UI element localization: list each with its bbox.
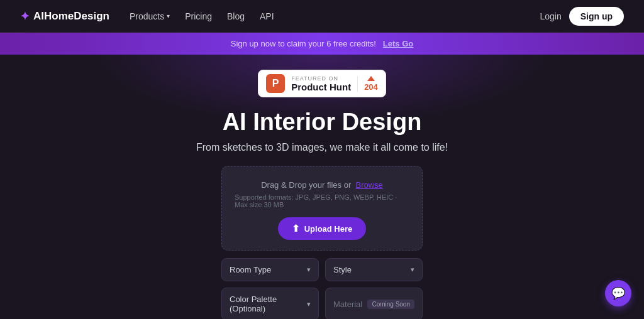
logo-text: AIHomeDesign bbox=[33, 10, 109, 23]
product-hunt-badge[interactable]: P FEATURED ON Product Hunt 204 bbox=[258, 70, 386, 97]
logo-icon: ✦ bbox=[20, 9, 30, 23]
main-content: P FEATURED ON Product Hunt 204 AI Interi… bbox=[0, 55, 644, 319]
pricing-nav-link[interactable]: Pricing bbox=[185, 11, 212, 21]
blog-nav-link[interactable]: Blog bbox=[227, 11, 245, 21]
banner-text: Sign up now to claim your 6 free credits… bbox=[231, 39, 376, 48]
dropdowns-row-2: Color Palette (Optional) ▾ Material Comi… bbox=[221, 288, 423, 319]
chat-icon: 💬 bbox=[611, 286, 625, 300]
browse-link[interactable]: Browse bbox=[355, 180, 382, 190]
upvote-icon bbox=[367, 76, 375, 81]
product-hunt-info: FEATURED ON Product Hunt bbox=[291, 75, 351, 92]
room-type-label: Room Type bbox=[230, 265, 271, 274]
product-hunt-logo: P bbox=[266, 74, 285, 93]
products-nav-link[interactable]: Products ▾ bbox=[130, 11, 170, 21]
color-palette-label: Color Palette (Optional) bbox=[230, 295, 307, 313]
upload-zone[interactable]: Drag & Drop your files or Browse Support… bbox=[221, 166, 423, 251]
login-button[interactable]: Login bbox=[540, 11, 561, 21]
style-dropdown[interactable]: Style ▾ bbox=[325, 258, 423, 281]
navbar: ✦ AIHomeDesign Products ▾ Pricing Blog A… bbox=[0, 0, 644, 33]
material-label: Material bbox=[333, 300, 362, 309]
chevron-down-icon: ▾ bbox=[307, 266, 311, 274]
product-hunt-name: Product Hunt bbox=[291, 82, 351, 92]
upload-icon: ⬆ bbox=[292, 223, 300, 234]
promo-banner: Sign up now to claim your 6 free credits… bbox=[0, 33, 644, 55]
formats-text: Supported formats: JPG, JPEG, PNG, WEBP,… bbox=[235, 193, 409, 208]
signup-button[interactable]: Sign up bbox=[569, 7, 624, 26]
nav-left: ✦ AIHomeDesign Products ▾ Pricing Blog A… bbox=[20, 9, 274, 23]
material-box: Material Coming Soon bbox=[325, 288, 423, 319]
room-type-dropdown[interactable]: Room Type ▾ bbox=[221, 258, 319, 281]
coming-soon-badge: Coming Soon bbox=[367, 300, 414, 309]
drag-drop-text: Drag & Drop your files or Browse bbox=[261, 180, 383, 190]
chat-button[interactable]: 💬 bbox=[605, 280, 631, 306]
hero-subtitle: From sketches to 3D images, we make it a… bbox=[196, 142, 448, 153]
hero-title: AI Interior Design bbox=[223, 109, 422, 136]
nav-links: Products ▾ Pricing Blog API bbox=[130, 11, 274, 21]
style-label: Style bbox=[333, 265, 352, 274]
chevron-down-icon: ▾ bbox=[167, 13, 170, 19]
color-palette-dropdown[interactable]: Color Palette (Optional) ▾ bbox=[221, 288, 319, 319]
api-nav-link[interactable]: API bbox=[260, 11, 274, 21]
product-hunt-votes: 204 bbox=[357, 76, 378, 92]
logo[interactable]: ✦ AIHomeDesign bbox=[20, 9, 109, 23]
dropdowns-row-1: Room Type ▾ Style ▾ bbox=[221, 258, 423, 281]
chevron-down-icon: ▾ bbox=[307, 300, 311, 308]
product-hunt-featured-label: FEATURED ON bbox=[291, 75, 351, 82]
vote-count: 204 bbox=[364, 82, 378, 92]
banner-link[interactable]: Lets Go bbox=[383, 39, 413, 48]
chevron-down-icon: ▾ bbox=[411, 266, 414, 274]
nav-right: Login Sign up bbox=[540, 7, 624, 26]
upload-button[interactable]: ⬆ Upload Here bbox=[278, 217, 367, 240]
